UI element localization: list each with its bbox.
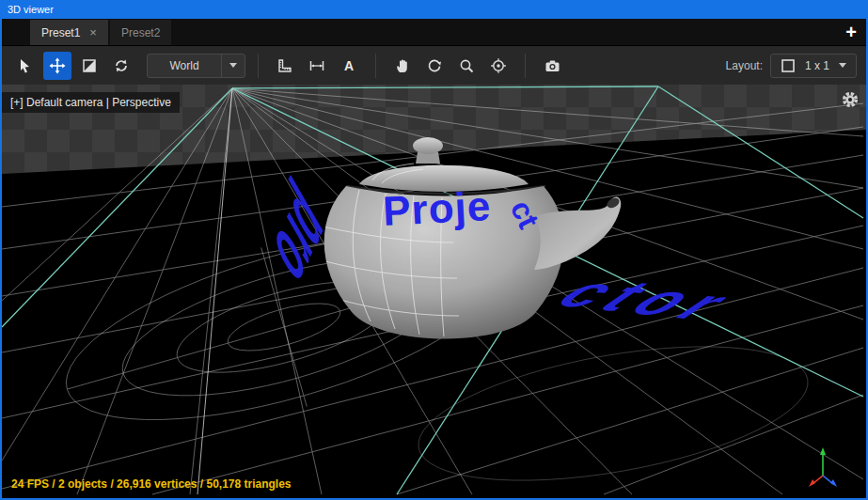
axis-gizmo-icon (802, 442, 844, 489)
select-tool-button[interactable] (11, 52, 39, 80)
orbit-tool-button[interactable] (420, 52, 449, 80)
axis-gizmo[interactable] (802, 442, 844, 492)
layout-label: Layout: (726, 59, 763, 72)
sync-icon (113, 57, 130, 74)
hand-icon (394, 57, 411, 74)
layout-group: Layout: 1 x 1 (726, 54, 857, 78)
coordinate-space-dropdown[interactable]: World (147, 54, 245, 78)
contrast-square-icon (81, 57, 98, 74)
window-titlebar: 3D viewer (2, 2, 866, 19)
toolbar-separator (258, 54, 259, 78)
tab-close-icon[interactable]: × (89, 26, 97, 39)
toolbar-separator (525, 54, 526, 78)
zoom-tool-button[interactable] (452, 52, 481, 80)
tab-preset1[interactable]: Preset1 × (30, 20, 108, 45)
transform-cycle-button[interactable] (107, 52, 135, 80)
camera-icon (544, 57, 561, 74)
move-icon (49, 57, 66, 74)
chevron-down-icon (839, 63, 846, 68)
render-stats: 24 FPS / 2 objects / 26,916 vertices / 5… (11, 477, 292, 491)
magnifier-icon (458, 57, 475, 74)
app-window: 3D viewer Preset1 × Preset2 + (0, 0, 868, 500)
text-tool-button[interactable]: A (335, 52, 363, 80)
move-tool-button[interactable] (43, 52, 71, 80)
tab-preset2-label: Preset2 (121, 26, 160, 39)
toolbar: World A (2, 45, 866, 85)
toolbar-separator (375, 54, 376, 78)
pan-tool-button[interactable] (388, 52, 417, 80)
window-title: 3D viewer (8, 4, 54, 15)
pointer-icon (17, 57, 34, 74)
tab-preset1-label: Preset1 (41, 26, 80, 39)
camera-overlay-text: [+] Default camera | Perspective (10, 96, 171, 109)
add-tab-button[interactable]: + (845, 21, 857, 43)
focus-target-icon (490, 57, 507, 74)
viewport-settings-button[interactable] (842, 91, 859, 112)
scene-canvas[interactable]: pro ctor (2, 85, 866, 498)
tab-bar: Preset1 × Preset2 + (2, 19, 866, 45)
layout-value: 1 x 1 (805, 59, 829, 72)
screenshot-button[interactable] (538, 52, 566, 80)
chevron-down-icon (229, 63, 237, 68)
layout-grid-icon (781, 58, 796, 73)
tab-preset2[interactable]: Preset2 (110, 20, 171, 45)
text-tool-icon: A (344, 58, 354, 73)
gear-icon (842, 91, 859, 108)
focus-selection-button[interactable] (484, 52, 513, 80)
teapot-knob (413, 137, 443, 154)
ruler-tool-button[interactable] (271, 52, 299, 80)
shading-toggle-button[interactable] (75, 52, 103, 80)
orbit-icon (426, 57, 443, 74)
coordinate-space-value: World (148, 59, 221, 72)
ruler-icon (276, 57, 293, 74)
teapot-texture-text: Proje (382, 182, 492, 234)
camera-overlay-label[interactable]: [+] Default camera | Perspective (2, 92, 180, 113)
dimension-icon (308, 57, 325, 74)
measure-tool-button[interactable] (303, 52, 331, 80)
layout-dropdown[interactable]: 1 x 1 (770, 54, 857, 78)
viewport-3d[interactable]: pro ctor (2, 85, 866, 498)
